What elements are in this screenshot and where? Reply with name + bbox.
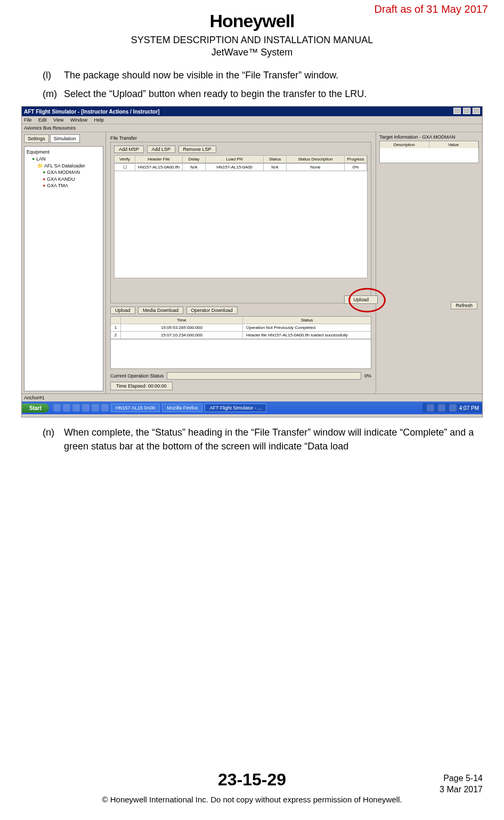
cell-progress: 0% (345, 164, 367, 171)
col-progress: Progress (345, 156, 367, 163)
clock: 4:07 PM (459, 405, 479, 411)
status-header: Time Status (111, 317, 371, 324)
tree-item-kandu[interactable]: GXA KANDU (27, 176, 101, 183)
step-l-text: The package should now be visible in the… (64, 69, 483, 82)
maximize-icon[interactable] (463, 108, 470, 114)
cell-delay: N/A (183, 164, 206, 171)
file-transfer-label: File Transfer (110, 135, 371, 141)
step-n: (n) When complete, the “Status” heading … (43, 426, 483, 453)
close-icon[interactable] (473, 108, 480, 114)
tray-icon[interactable] (427, 404, 434, 412)
page-date: 3 Mar 2017 (440, 784, 483, 795)
status-empty-area (111, 339, 371, 368)
quicklaunch-icon[interactable] (72, 404, 80, 412)
op-status-row: Current Operation Status 0% (110, 372, 371, 380)
step-l-label: (l) (43, 69, 64, 82)
tray-icon[interactable] (449, 404, 457, 412)
cell-load-pn: HN157-AL15-0A00 (206, 164, 264, 171)
op-status-label: Current Operation Status (110, 373, 164, 379)
add-lsp-button[interactable]: Add LSP (147, 146, 176, 153)
ft-button-row: Add MSP Add LSP Remove LSP (114, 146, 368, 153)
taskbar-task-2[interactable]: Mozilla Firefox (162, 404, 202, 412)
ti-col-value: Value (429, 141, 479, 148)
status-row-1: 1 15:05:53:265:000:000 Operation Not Pre… (111, 324, 371, 332)
quicklaunch-icon[interactable] (92, 404, 99, 412)
tree-item-modman[interactable]: GXA MODMAN (27, 169, 101, 176)
bottom-tabs: Upload Media Download Operator Download (110, 307, 371, 314)
upload-wrap: Upload (344, 295, 379, 304)
target-info-title: Target Information - GXA MODMAN (379, 134, 479, 140)
taskbar-task-3[interactable]: AFT Flight Simulator - ... (205, 404, 266, 412)
quicklaunch-icon[interactable] (101, 404, 109, 412)
left-pane: Settings Simulation Equipment LAN AFL SA… (22, 132, 106, 393)
cell-header-file: HN157-AL15-0A00.lfh (135, 164, 183, 171)
system-tray[interactable]: 4:07 PM (422, 403, 482, 413)
page-info: Page 5-14 3 Mar 2017 (440, 773, 483, 795)
doc-subtitle: JetWave™ System (21, 47, 483, 58)
time-elapsed-box: Time Elapsed: 00:00:00 (110, 382, 173, 390)
embedded-screenshot: AFT Flight Simulator - [Instructor Actio… (21, 106, 483, 417)
ft-grid-empty (114, 171, 368, 278)
taskbar[interactable]: Start HN157 AL15 0A00 Mozilla Firefox AF… (22, 401, 482, 414)
tab-simulation[interactable]: Simulation (50, 134, 80, 143)
start-button[interactable]: Start (22, 404, 49, 413)
step-m-text: Select the “Upload” button when ready to… (64, 87, 483, 101)
copyright: © Honeywell International Inc. Do not co… (21, 795, 483, 804)
tree-lan[interactable]: LAN (27, 156, 101, 163)
op-status-progressbar (167, 372, 361, 380)
target-info-table: Description Value (379, 141, 479, 163)
add-msp-button[interactable]: Add MSP (114, 146, 144, 153)
col-load-pn: Load PN (206, 156, 264, 163)
window-controls[interactable] (453, 108, 480, 115)
cell-verify[interactable]: ☐ (115, 164, 135, 171)
ft-grid-header: Verify Header File Delay Load PN Status … (114, 155, 368, 163)
window-title: AFT Flight Simulator - [Instructor Actio… (24, 109, 160, 115)
menu-view[interactable]: View (53, 117, 63, 123)
ft-grid-row[interactable]: ☐ HN157-AL15-0A00.lfh N/A HN157-AL15-0A0… (114, 163, 368, 171)
quicklaunch-icon[interactable] (63, 404, 70, 412)
col-time: Time (121, 317, 243, 324)
tab-settings[interactable]: Settings (24, 134, 49, 143)
tab-media-download[interactable]: Media Download (138, 307, 183, 314)
menu-edit[interactable]: Edit (38, 117, 47, 123)
file-transfer-panel: Add MSP Add LSP Remove LSP Verify Header… (110, 142, 371, 303)
tab-upload[interactable]: Upload (110, 307, 135, 314)
step-m-label: (m) (43, 87, 64, 101)
tree-dataloader[interactable]: AFL SA Dataloader (27, 163, 101, 170)
center-pane: File Transfer Add MSP Add LSP Remove LSP… (106, 132, 376, 393)
status-log-grid: Time Status 1 15:05:53:265:000:000 Opera… (110, 316, 371, 369)
left-tabs: Settings Simulation (24, 134, 103, 143)
menu-bar[interactable]: File Edit View Window Help (22, 116, 482, 124)
quicklaunch-icon[interactable] (53, 404, 61, 412)
doc-number: 23-15-29 (21, 770, 483, 790)
draft-stamp: Draft as of 31 May 2017 (375, 3, 488, 15)
minimize-icon[interactable] (453, 108, 461, 114)
page-footer: 23-15-29 Page 5-14 3 Mar 2017 © Honeywel… (21, 770, 483, 804)
col-delay: Delay (183, 156, 206, 163)
step-n-text: When complete, the “Status” heading in t… (64, 426, 483, 453)
upload-button[interactable]: Upload (344, 295, 378, 304)
window-titlebar[interactable]: AFT Flight Simulator - [Instructor Actio… (22, 107, 482, 116)
tab-operator-download[interactable]: Operator Download (186, 307, 238, 314)
doc-title: SYSTEM DESCRIPTION AND INSTALLATION MANU… (21, 35, 483, 46)
menu-file[interactable]: File (24, 117, 32, 123)
page-number: Page 5-14 (440, 773, 483, 784)
menu-window[interactable]: Window (70, 117, 87, 123)
device-tree[interactable]: Equipment LAN AFL SA Dataloader GXA MODM… (24, 146, 103, 391)
col-header-file: Header File (135, 156, 183, 163)
remove-lsp-button[interactable]: Remove LSP (178, 146, 216, 153)
op-status-pct: 0% (364, 373, 371, 379)
tray-icon[interactable] (438, 404, 445, 412)
status-row-2: 2 15:07:10:234:000:000 Header file HN157… (111, 332, 371, 339)
quicklaunch-icon[interactable] (82, 404, 90, 412)
tree-item-tma[interactable]: GXA TMA (27, 182, 101, 189)
step-m: (m) Select the “Upload” button when read… (43, 87, 483, 101)
taskbar-task-1[interactable]: HN157 AL15 0A00 (111, 404, 160, 412)
step-l: (l) The package should now be visible in… (43, 69, 483, 82)
workspace: Settings Simulation Equipment LAN AFL SA… (22, 132, 482, 393)
refresh-button[interactable]: Refresh (451, 302, 477, 309)
document-page: Draft as of 31 May 2017 Honeywell SYSTEM… (0, 0, 504, 820)
tree-root[interactable]: Equipment (27, 149, 101, 156)
menu-help[interactable]: Help (94, 117, 104, 123)
anchor-bar: Anchor#1 (22, 393, 482, 401)
